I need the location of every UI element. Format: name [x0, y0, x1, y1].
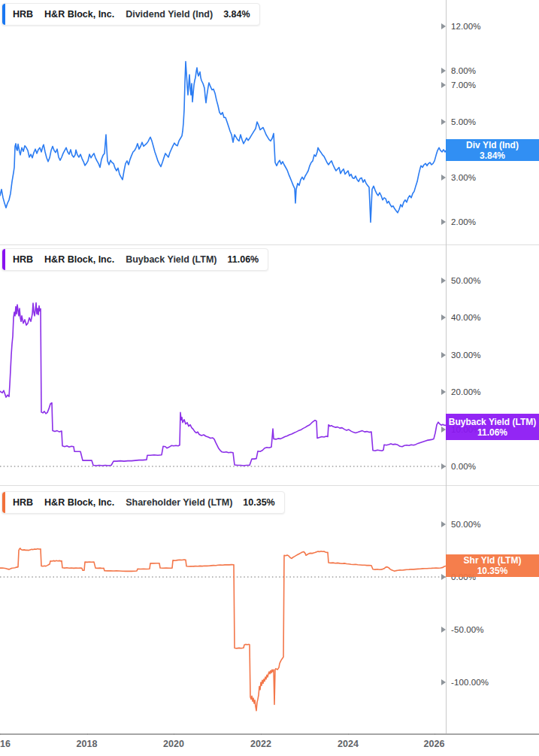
tick-arrow-icon — [441, 23, 446, 29]
y-tick-label: 30.00% — [451, 351, 481, 360]
metric-value: 3.84% — [223, 9, 250, 20]
ticker-symbol: HRB — [13, 9, 33, 20]
y-axis-tick: 20.00% — [441, 386, 481, 398]
tick-arrow-icon — [441, 175, 446, 181]
x-tick-label: 2016 — [0, 739, 11, 749]
panel-divider — [0, 485, 539, 486]
tick-arrow-icon — [441, 352, 446, 358]
y-tick-label: 8.00% — [451, 66, 476, 75]
y-tick-label: 50.00% — [451, 520, 481, 529]
x-tick-label: 2020 — [163, 739, 184, 749]
y-axis-tick: 50.00% — [441, 518, 481, 530]
x-tick-mark — [87, 733, 88, 735]
company-name: H&R Block, Inc. — [44, 9, 114, 20]
dividend-yield-panel: 12.00%8.00%7.00%5.00%3.00%2.00% HRB H&R … — [0, 0, 539, 245]
x-tick-label: 2024 — [338, 739, 359, 749]
y-tick-label: 50.00% — [451, 276, 481, 285]
dividend-yield-y-axis: 12.00%8.00%7.00%5.00%3.00%2.00% — [0, 0, 539, 245]
legend-accent-bar — [2, 492, 5, 513]
y-axis-tick: 12.00% — [441, 20, 481, 32]
y-axis-tick: 2.00% — [441, 216, 476, 228]
y-axis-tick: 5.00% — [441, 116, 476, 128]
x-tick-label: 2022 — [250, 739, 271, 749]
panel-divider — [0, 244, 539, 245]
tick-arrow-icon — [441, 278, 446, 284]
buyback-yield-y-axis: 50.00%40.00%30.00%20.00%10.00%0.00% — [0, 245, 539, 485]
tick-arrow-icon — [441, 521, 446, 527]
dividend-yield-legend[interactable]: HRB H&R Block, Inc. Dividend Yield (Ind)… — [2, 3, 260, 26]
x-tick-mark — [174, 733, 174, 735]
tick-arrow-icon — [441, 119, 446, 125]
y-tick-label: 40.00% — [451, 313, 481, 322]
x-tick-mark — [261, 733, 262, 735]
y-axis-tick: 50.00% — [441, 275, 481, 287]
time-axis-line — [0, 733, 539, 735]
x-tick-mark — [0, 733, 1, 735]
metric-name: Buyback Yield (LTM) — [126, 254, 217, 265]
y-axis-tick: 40.00% — [441, 311, 481, 323]
y-tick-label: -100.00% — [451, 678, 489, 687]
y-axis-tick: 30.00% — [441, 349, 481, 361]
shareholder-yield-axis-label: Shr Yld (LTM) 10.35% — [446, 554, 539, 577]
company-name: H&R Block, Inc. — [44, 497, 114, 508]
y-tick-label: 7.00% — [451, 80, 476, 90]
tick-arrow-icon — [441, 314, 446, 320]
multi-panel-yield-chart: 12.00%8.00%7.00%5.00%3.00%2.00% HRB H&R … — [0, 0, 539, 756]
y-axis-tick: -100.00% — [441, 676, 489, 688]
metric-value: 11.06% — [228, 254, 259, 265]
x-tick-mark — [435, 733, 435, 735]
buyback-yield-axis-label: Buyback Yield (LTM) 11.06% — [446, 414, 539, 440]
company-name: H&R Block, Inc. — [44, 254, 114, 265]
buyback-yield-legend[interactable]: HRB H&R Block, Inc. Buyback Yield (LTM) … — [2, 248, 268, 271]
y-axis-tick: 7.00% — [441, 79, 476, 91]
x-tick-label: 2026 — [424, 739, 445, 749]
ticker-symbol: HRB — [13, 497, 33, 508]
x-tick-mark — [348, 733, 349, 735]
legend-accent-bar — [2, 249, 5, 270]
tick-arrow-icon — [441, 679, 446, 685]
legend-accent-bar — [2, 4, 5, 25]
time-axis[interactable]: 201620182020202220242026 — [0, 733, 539, 756]
y-axis-tick: 0.00% — [441, 460, 476, 472]
tick-arrow-icon — [441, 82, 446, 88]
y-axis-tick: -50.00% — [441, 624, 484, 636]
y-axis-tick: 8.00% — [441, 65, 476, 77]
dividend-yield-axis-label: Div Yld (Ind) 3.84% — [446, 139, 539, 161]
shareholder-yield-legend[interactable]: HRB H&R Block, Inc. Shareholder Yield (L… — [2, 491, 285, 514]
tick-arrow-icon — [441, 219, 446, 225]
y-tick-label: 20.00% — [451, 387, 481, 396]
shareholder-yield-panel: 50.00%0.00%-50.00%-100.00% HRB H&R Block… — [0, 486, 539, 733]
tick-arrow-icon — [441, 463, 446, 469]
y-tick-label: 5.00% — [451, 117, 476, 126]
y-axis-tick: 3.00% — [441, 172, 476, 184]
x-tick-label: 2018 — [77, 739, 98, 749]
shareholder-yield-y-axis: 50.00%0.00%-50.00%-100.00% — [0, 486, 539, 733]
y-tick-label: 0.00% — [451, 462, 476, 471]
buyback-yield-panel: 50.00%40.00%30.00%20.00%10.00%0.00% HRB … — [0, 245, 539, 485]
ticker-symbol: HRB — [13, 254, 33, 265]
y-tick-label: 3.00% — [451, 173, 476, 182]
metric-name: Dividend Yield (Ind) — [126, 9, 213, 20]
metric-value: 10.35% — [243, 497, 274, 508]
y-tick-label: 2.00% — [451, 217, 476, 226]
tick-arrow-icon — [441, 68, 446, 74]
tick-arrow-icon — [441, 627, 446, 633]
y-tick-label: -50.00% — [451, 625, 484, 634]
metric-name: Shareholder Yield (LTM) — [126, 497, 232, 508]
tick-arrow-icon — [441, 389, 446, 395]
y-tick-label: 12.00% — [451, 22, 481, 31]
